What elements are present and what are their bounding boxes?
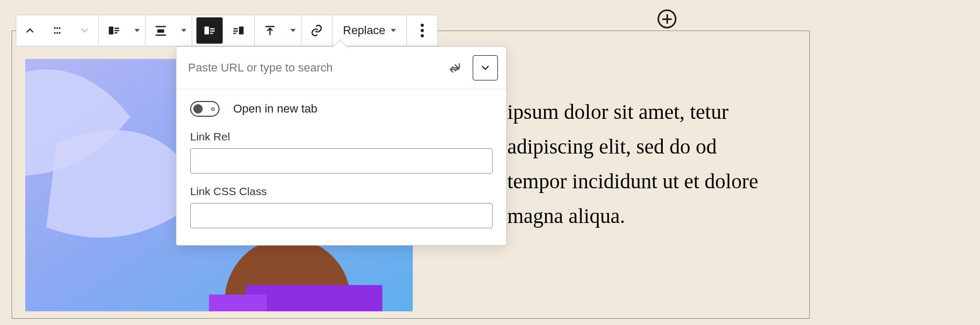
svg-rect-17	[239, 26, 244, 34]
toggle-off-indicator	[211, 107, 215, 111]
toggle-knob	[193, 104, 203, 114]
svg-rect-11	[158, 29, 164, 33]
replace-label: Replace	[343, 24, 385, 37]
svg-rect-10	[155, 26, 166, 27]
svg-rect-13	[204, 26, 209, 34]
content-paragraph[interactable]: ipsum dolor sit amet, tetur adipiscing e…	[507, 95, 780, 233]
link-css-class-input[interactable]	[190, 203, 493, 228]
svg-rect-20	[233, 33, 236, 34]
block-type-dropdown[interactable]	[129, 15, 145, 46]
align-dropdown[interactable]	[176, 15, 192, 46]
svg-rect-6	[109, 26, 113, 34]
add-block-button[interactable]	[658, 9, 676, 28]
open-new-tab-label: Open in new tab	[233, 102, 317, 116]
svg-rect-9	[114, 32, 117, 33]
svg-rect-26	[209, 294, 267, 311]
svg-rect-14	[210, 28, 215, 29]
media-right-button[interactable]	[225, 15, 252, 46]
svg-point-3	[54, 32, 56, 34]
svg-point-4	[56, 32, 58, 34]
svg-rect-16	[210, 33, 213, 34]
svg-rect-12	[155, 35, 166, 36]
svg-point-5	[59, 32, 60, 34]
media-left-button[interactable]	[196, 17, 223, 44]
svg-rect-18	[233, 28, 238, 29]
svg-rect-19	[233, 31, 238, 32]
link-url-input[interactable]	[187, 56, 437, 79]
vertical-align-button[interactable]	[255, 15, 285, 46]
svg-rect-7	[114, 28, 119, 29]
more-vertical-icon	[421, 24, 424, 37]
move-down-button[interactable]	[71, 15, 98, 46]
replace-button[interactable]: Replace	[332, 15, 406, 46]
more-options-button[interactable]	[407, 15, 437, 46]
svg-point-0	[54, 27, 56, 29]
svg-rect-15	[210, 31, 215, 32]
caret-down-icon	[391, 29, 396, 32]
svg-point-1	[56, 27, 58, 29]
move-up-button[interactable]	[16, 15, 44, 46]
drag-handle[interactable]	[44, 15, 71, 46]
link-rel-label: Link Rel	[190, 130, 493, 143]
link-css-class-label: Link CSS Class	[190, 185, 493, 198]
vertical-align-dropdown[interactable]	[285, 15, 301, 46]
svg-rect-8	[114, 30, 119, 31]
svg-point-2	[59, 27, 60, 29]
submit-link-button[interactable]	[444, 57, 465, 78]
link-settings-toggle[interactable]	[473, 55, 498, 80]
link-popover: Open in new tab Link Rel Link CSS Class	[176, 46, 507, 246]
block-type-button[interactable]	[99, 15, 129, 46]
open-new-tab-toggle[interactable]	[190, 101, 220, 117]
link-rel-input[interactable]	[190, 148, 493, 174]
align-button[interactable]	[145, 15, 176, 46]
link-button[interactable]	[301, 15, 332, 46]
block-toolbar: Replace	[16, 15, 438, 46]
